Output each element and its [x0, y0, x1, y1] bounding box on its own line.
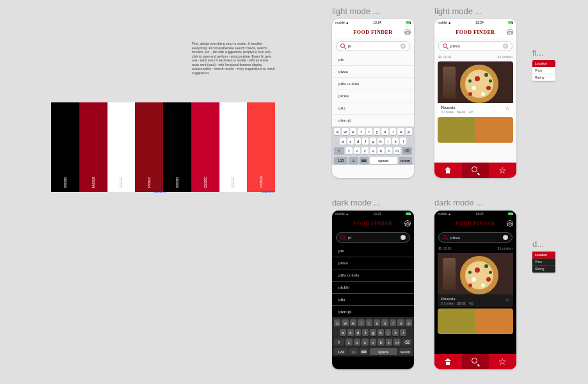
suggestion-item[interactable]: pizza [332, 66, 414, 78]
keyboard-key[interactable]: ⌨ [360, 157, 369, 164]
search-bar[interactable]: pi [336, 41, 410, 51]
keyboard-key[interactable]: return [399, 348, 412, 355]
keyboard-key[interactable]: 123 [334, 157, 347, 164]
suggestion-item[interactable]: pickle [332, 282, 414, 294]
suggestion-item[interactable]: piña colada [332, 269, 414, 282]
keyboard-key[interactable]: w [342, 128, 348, 135]
keyboard-key[interactable]: ⇧ [334, 339, 344, 346]
keyboard-key[interactable]: c [362, 147, 369, 154]
sort-label[interactable]: ⇅ Location [497, 246, 513, 250]
user-icon[interactable] [507, 220, 513, 227]
nav-search[interactable] [462, 163, 489, 178]
keyboard-key[interactable]: ☺ [349, 157, 358, 164]
keyboard-key[interactable]: t [366, 128, 372, 135]
nav-home[interactable] [434, 163, 462, 178]
favorite-icon[interactable]: ☆ [505, 105, 510, 111]
keyboard-key[interactable]: l [400, 138, 406, 145]
suggestion-item[interactable]: pierogi [332, 115, 414, 127]
keyboard-key[interactable]: k [392, 138, 399, 145]
keyboard-key[interactable]: t [366, 319, 372, 326]
suggestion-item[interactable]: pie [332, 245, 414, 257]
filter-popup-dark[interactable]: LocationPriceRating [532, 252, 555, 273]
keyboard-key[interactable]: y [374, 319, 380, 326]
keyboard-key[interactable]: j [385, 138, 392, 145]
keyboard-key[interactable]: q [334, 128, 340, 135]
keyboard-key[interactable]: d [355, 329, 362, 336]
search-bar[interactable]: pizza [438, 232, 513, 243]
keyboard-key[interactable]: h [377, 138, 384, 145]
filter-item[interactable]: Location [532, 60, 555, 67]
keyboard-key[interactable]: g [370, 329, 376, 336]
keyboard-key[interactable]: m [393, 339, 401, 346]
suggestion-item[interactable]: piña colada [332, 78, 414, 90]
suggestion-item[interactable]: pita [332, 294, 414, 306]
keyboard-key[interactable]: q [334, 319, 340, 326]
user-icon[interactable] [404, 220, 411, 227]
keyboard-key[interactable]: r [358, 319, 364, 326]
search-input[interactable]: pizza [450, 44, 500, 49]
keyboard-key[interactable]: n [386, 147, 393, 154]
keyboard-key[interactable]: z [346, 339, 353, 346]
keyboard-key[interactable]: b [377, 147, 385, 154]
keyboard-key[interactable]: z [346, 147, 353, 154]
keyboard-key[interactable]: f [362, 138, 369, 145]
filter-item[interactable]: Location [532, 252, 555, 259]
suggestion-item[interactable]: pierogi [332, 306, 414, 318]
keyboard-key[interactable]: c [362, 339, 369, 346]
nav-home[interactable] [434, 354, 462, 369]
filter-item[interactable]: Price [532, 259, 555, 266]
keyboard-key[interactable]: v [370, 147, 377, 154]
keyboard-key[interactable]: r [358, 128, 364, 135]
nav-favorites[interactable]: ☆ [489, 354, 516, 369]
result-card[interactable] [438, 117, 513, 143]
keyboard-key[interactable]: n [386, 339, 393, 346]
keyboard-key[interactable]: x [354, 147, 361, 154]
keyboard-key[interactable]: h [377, 329, 384, 336]
result-card[interactable]: Pizzeria 0.1 miles $$-$$ 4/5 ☆ [438, 253, 513, 307]
keyboard-key[interactable]: g [370, 138, 376, 145]
sort-label[interactable]: ⇅ Location [497, 55, 513, 59]
keyboard-key[interactable]: y [374, 128, 380, 135]
suggestion-item[interactable]: pie [332, 54, 414, 66]
keyboard-key[interactable]: v [370, 339, 377, 346]
keyboard-key[interactable]: s [347, 329, 354, 336]
filter-popup-light[interactable]: LocationPriceRating [532, 60, 555, 81]
search-input[interactable]: pi [348, 235, 398, 240]
clear-icon[interactable] [401, 44, 406, 49]
keyboard-key[interactable]: e [350, 319, 356, 326]
keyboard-key[interactable]: 123 [334, 348, 347, 355]
keyboard-key[interactable]: ⇧ [334, 147, 344, 154]
keyboard-key[interactable]: space [370, 157, 397, 164]
keyboard-key[interactable]: w [342, 319, 348, 326]
keyboard-key[interactable]: f [362, 329, 369, 336]
nav-favorites[interactable]: ☆ [489, 163, 516, 178]
keyboard-key[interactable]: p [406, 128, 412, 135]
keyboard-key[interactable]: d [355, 138, 362, 145]
keyboard-key[interactable]: u [381, 128, 388, 135]
search-input[interactable]: pi [348, 44, 398, 49]
keyboard-key[interactable]: l [400, 329, 406, 336]
filter-item[interactable]: Price [532, 67, 555, 74]
filter-item[interactable]: Rating [532, 266, 555, 273]
keyboard-key[interactable]: o [397, 128, 404, 135]
result-card[interactable]: Pizzeria 0.1 miles $$-$$ 4/5 ☆ [438, 61, 513, 116]
keyboard-key[interactable]: ☺ [349, 348, 358, 355]
keyboard-key[interactable]: ⌫ [402, 339, 412, 346]
keyboard-key[interactable]: u [381, 319, 388, 326]
user-icon[interactable] [404, 29, 411, 35]
clear-icon[interactable] [503, 235, 508, 240]
suggestion-item[interactable]: pita [332, 102, 414, 115]
keyboard-key[interactable]: m [393, 147, 401, 154]
clear-icon[interactable] [503, 44, 508, 49]
keyboard-key[interactable]: space [370, 348, 397, 355]
filter-item[interactable]: Rating [532, 74, 555, 81]
keyboard-key[interactable]: i [390, 319, 396, 326]
user-icon[interactable] [507, 29, 513, 35]
keyboard-key[interactable]: a [340, 329, 346, 336]
keyboard-key[interactable]: k [392, 329, 399, 336]
keyboard-key[interactable]: s [347, 138, 354, 145]
keyboard-key[interactable]: o [397, 319, 404, 326]
favorite-icon[interactable]: ☆ [505, 296, 510, 303]
keyboard-key[interactable]: p [406, 319, 412, 326]
clear-icon[interactable] [401, 235, 406, 240]
